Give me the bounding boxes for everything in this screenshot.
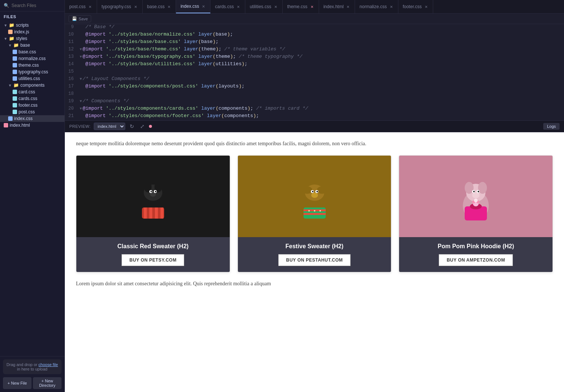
tab-typographycss[interactable]: typography.css ✕ (97, 0, 143, 13)
sidebar-item-label: footer.css (19, 103, 37, 108)
sidebar-item-components[interactable]: ▼ 📁 components (0, 82, 64, 89)
card-3: Pom Pom Pink Hoodie (H2) BUY ON AMPETZON… (399, 155, 553, 272)
sidebar-item-themecss[interactable]: theme.css (0, 62, 64, 69)
sidebar-item-base[interactable]: ▼ 📁 base (0, 42, 64, 49)
tab-close-icon[interactable]: ✕ (389, 4, 394, 9)
choose-file-link[interactable]: choose file (39, 362, 58, 367)
tab-label: index.html (324, 4, 344, 9)
tab-utilitiescss[interactable]: utilities.css ✕ (245, 0, 283, 13)
file-icon (13, 76, 17, 81)
tab-close-icon[interactable]: ✕ (346, 4, 350, 9)
card-body-2: Festive Sweater (H2) BUY ON PESTAHUT.COM (238, 237, 391, 272)
code-editor: 💾 Save 9 /* Base */ 10 @import '../style… (65, 14, 564, 120)
file-icon (13, 56, 17, 61)
code-line-13: 13 ▼@import '../styles/base/typography.c… (65, 54, 564, 61)
logs-button[interactable]: Logs (543, 123, 560, 130)
code-line-11: 11 @import '../styles/base/base.css' lay… (65, 39, 564, 46)
tab-close-icon[interactable]: ✕ (88, 4, 92, 9)
sidebar-item-cardcss[interactable]: card.css (0, 89, 64, 95)
tab-label: index.css (180, 4, 199, 9)
sidebar-item-indexcss[interactable]: index.css (0, 115, 64, 122)
code-line-17: 17 @import '../styles/components/post.cs… (65, 83, 564, 91)
card-title-2: Festive Sweater (H2) (244, 243, 385, 250)
file-icon (13, 96, 17, 101)
svg-rect-10 (144, 207, 147, 219)
code-line-19: 19 ▼/* Components */ (65, 98, 564, 106)
sidebar-item-label: base.css (19, 49, 36, 54)
line-number: 12 (65, 47, 80, 52)
sidebar-item-cardscss[interactable]: cards.css (0, 95, 64, 102)
file-icon (13, 63, 17, 67)
new-file-button[interactable]: + New File (3, 377, 31, 389)
card-btn-3[interactable]: BUY ON AMPETZON.COM (439, 254, 513, 266)
card-btn-2[interactable]: BUY ON PESTAHUT.COM (278, 254, 351, 266)
line-number: 9 (65, 24, 80, 30)
sidebar-item-footercss[interactable]: footer.css (0, 102, 64, 109)
line-content: @import '../styles/components/footer.css… (80, 113, 564, 119)
fold-arrow-icon[interactable]: ▼ (80, 47, 82, 52)
sidebar-item-indexjs[interactable]: index.js (0, 29, 64, 35)
search-input[interactable] (11, 3, 61, 8)
tab-indexhtml[interactable]: index.html ✕ (319, 0, 355, 13)
preview-lorem-text: Lorem ipsum dolor sit amet consectetur a… (76, 280, 553, 288)
sidebar-item-basecss[interactable]: base.css (0, 49, 64, 55)
new-directory-button[interactable]: + New Directory (33, 377, 62, 389)
search-bar[interactable]: 🔍 (0, 0, 64, 11)
code-area[interactable]: 9 /* Base */ 10 @import '../styles/base/… (65, 24, 564, 120)
line-number: 13 (65, 54, 80, 59)
main-area: post.css ✕ typography.css ✕ base.css ✕ i… (65, 0, 564, 392)
fold-arrow-icon[interactable]: ▼ (80, 107, 82, 111)
fold-arrow-icon[interactable]: ▼ (80, 99, 82, 103)
fold-arrow-icon[interactable]: ▼ (80, 55, 82, 59)
code-line-18: 18 (65, 91, 564, 98)
card-btn-1[interactable]: BUY ON PETSY.COM (122, 254, 184, 266)
sidebar-item-label: typography.css (19, 69, 48, 74)
sidebar-item-indexhtml[interactable]: index.html (0, 122, 64, 129)
line-content: /* Base */ (80, 24, 564, 30)
sidebar-item-typographycss[interactable]: typography.css (0, 69, 64, 75)
tab-close-icon[interactable]: ✕ (133, 4, 138, 9)
preview-file-select[interactable]: index.html (94, 123, 125, 130)
tab-postcss[interactable]: post.css ✕ (65, 0, 97, 13)
tab-normalizecss[interactable]: normalize.css ✕ (355, 0, 398, 13)
refresh-button[interactable]: ↻ (128, 123, 136, 130)
sidebar-item-label: components (20, 83, 44, 88)
tab-close-icon[interactable]: ✕ (236, 4, 240, 9)
tab-close-icon[interactable]: ✕ (310, 4, 314, 9)
line-content: @import '../styles/base/normalize.css' l… (80, 31, 564, 37)
sidebar-item-utilitiescss[interactable]: utilities.css (0, 75, 64, 82)
editor-preview: 💾 Save 9 /* Base */ 10 @import '../style… (65, 14, 564, 392)
svg-point-43 (474, 199, 478, 202)
tab-indexcss[interactable]: index.css ✕ (176, 0, 210, 13)
tab-close-icon[interactable]: ✕ (201, 4, 206, 9)
sidebar-item-normalizecss[interactable]: normalize.css (0, 55, 64, 62)
tab-label: theme.css (287, 4, 308, 9)
tab-basecss[interactable]: base.css ✕ (143, 0, 176, 13)
tab-label: typography.css (102, 4, 131, 9)
sidebar-item-scripts[interactable]: ▼ 📁 scripts (0, 22, 64, 29)
line-content: @import '../styles/components/post.css' … (80, 83, 564, 89)
svg-point-28 (319, 210, 321, 212)
tab-close-icon[interactable]: ✕ (424, 4, 428, 9)
folder-icon: 📁 (9, 36, 14, 41)
sidebar-item-postcss[interactable]: post.css (0, 109, 64, 115)
svg-point-27 (314, 210, 315, 212)
line-number: 17 (65, 84, 80, 89)
tab-close-icon[interactable]: ✕ (273, 4, 278, 9)
folder-arrow-icon: ▼ (8, 43, 12, 47)
fold-arrow-icon[interactable]: ▼ (80, 77, 82, 81)
sidebar-item-styles[interactable]: ▼ 📁 styles (0, 35, 64, 42)
tab-close-icon[interactable]: ✕ (167, 4, 171, 9)
tab-label: utilities.css (250, 4, 271, 9)
save-button[interactable]: 💾 Save (69, 15, 91, 22)
svg-point-36 (473, 191, 475, 192)
file-tree: ▼ 📁 scripts index.js ▼ 📁 styles ▼ 📁 base (0, 20, 64, 356)
preview-content: neque tempore mollitia doloremque nemo d… (65, 132, 564, 392)
tab-cardscss[interactable]: cards.css ✕ (210, 0, 245, 13)
tab-footercss[interactable]: footer.css ✕ (398, 0, 433, 13)
svg-point-22 (316, 191, 318, 192)
tab-themecss[interactable]: theme.css ✕ (283, 0, 319, 13)
sidebar-item-label: post.css (19, 109, 35, 114)
line-number: 11 (65, 39, 80, 44)
open-external-button[interactable]: ⤢ (139, 123, 146, 130)
